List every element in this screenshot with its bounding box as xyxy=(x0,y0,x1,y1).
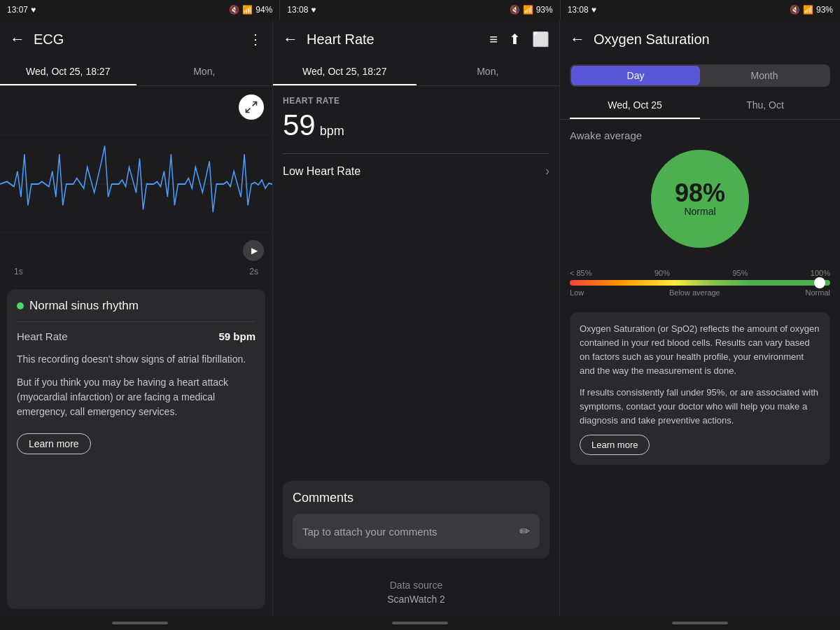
o2-back-button[interactable]: ← xyxy=(570,30,585,48)
data-source-section: Data source ScanWatch 2 xyxy=(273,568,559,616)
status-dot-green xyxy=(17,302,24,309)
home-indicator-hr xyxy=(392,622,448,624)
o2-scale-bar xyxy=(570,280,830,286)
ecg-hr-row: Heart Rate 59 bpm xyxy=(17,330,255,342)
scale-bar-section: < 85% 90% 95% 100% Low Below average Nor… xyxy=(560,269,840,307)
mute-icon-ecg: 🔇 xyxy=(229,5,239,15)
period-month-button[interactable]: Month xyxy=(700,66,829,85)
heart-rate-panel: ← Heart Rate ≡ ⬆ ⬜ Wed, Oct 25, 18:27 Mo… xyxy=(273,20,560,616)
oxygen-saturation-panel: ← Oxygen Saturation Day Month Wed, Oct 2… xyxy=(560,20,840,616)
scale-labels: < 85% 90% 95% 100% xyxy=(570,269,830,277)
o2-learn-more-button[interactable]: Learn more xyxy=(580,435,650,455)
expand-icon xyxy=(244,100,258,114)
o2-nav-bar: ← Oxygen Saturation xyxy=(560,20,840,59)
ecg-nav-bar: ← ECG ⋮ xyxy=(0,20,272,59)
ecg-learn-more-button[interactable]: Learn more xyxy=(17,433,91,454)
low-heart-rate-row[interactable]: Low Heart Rate › xyxy=(283,153,550,188)
heart-rate-unit-label: bpm xyxy=(320,124,344,139)
bottom-indicator-o2 xyxy=(560,616,840,630)
ecg-hr-label: Heart Rate xyxy=(17,330,68,342)
ecg-time-labels: 1s 2s xyxy=(0,267,272,276)
heart-rate-title-label: HEART RATE xyxy=(283,96,550,106)
chevron-right-icon: › xyxy=(545,164,550,178)
ecg-status-row: Normal sinus rhythm xyxy=(17,299,255,322)
ecg-waveform xyxy=(0,86,272,282)
hr-nav-bar: ← Heart Rate ≡ ⬆ ⬜ xyxy=(273,20,559,59)
hr-date-tab-active[interactable]: Wed, Oct 25, 18:27 xyxy=(273,59,416,85)
mute-icon-o2: 🔇 xyxy=(790,5,800,15)
o2-percentage-circle: 98% Normal xyxy=(651,150,749,248)
ecg-expand-button[interactable] xyxy=(239,94,264,120)
scale-category-labels: Low Below average Normal xyxy=(570,288,830,297)
heart-rate-number: 59 xyxy=(283,108,316,142)
ecg-rhythm-status: Normal sinus rhythm xyxy=(29,299,139,313)
o2-date-tab-next[interactable]: Thu, Oct xyxy=(700,92,830,119)
ecg-date-tab-next[interactable]: Mon, xyxy=(136,59,273,85)
battery-ecg: 94% xyxy=(255,5,272,15)
ecg-hr-value: 59 bpm xyxy=(218,330,255,342)
hr-crop-icon[interactable]: ⬜ xyxy=(532,31,550,48)
ecg-panel: ← ECG ⋮ Wed, Oct 25, 18:27 Mon, xyxy=(0,20,273,616)
scale-cat-normal: Normal xyxy=(806,288,830,297)
o2-scale-indicator xyxy=(814,277,825,288)
ecg-chart-area: ▶ 1s 2s xyxy=(0,86,272,282)
hr-value-section: HEART RATE 59 bpm xyxy=(283,96,550,142)
scale-label-100: 100% xyxy=(811,269,830,277)
o2-info-box: Oxygen Saturation (or SpO2) reflects the… xyxy=(570,312,830,465)
status-bar-ecg: 13:07 ♥ 🔇 📶 94% xyxy=(0,0,280,20)
heart-rate-display: 59 bpm xyxy=(283,108,550,142)
ecg-more-options-icon[interactable]: ⋮ xyxy=(248,31,262,48)
heart-icon-hr: ♥ xyxy=(311,5,316,15)
ecg-date-tabs: Wed, Oct 25, 18:27 Mon, xyxy=(0,59,272,86)
period-day-button[interactable]: Day xyxy=(571,66,700,85)
time-ecg: 13:07 xyxy=(7,5,28,15)
hr-list-icon[interactable]: ≡ xyxy=(489,31,498,48)
comments-input-area[interactable]: Tap to attach your comments ✏ xyxy=(293,514,540,549)
ecg-description-2: But if you think you may be having a hea… xyxy=(17,375,255,419)
comments-title: Comments xyxy=(293,491,540,505)
bottom-indicator-ecg xyxy=(0,616,280,630)
ecg-time-2s: 2s xyxy=(249,267,258,276)
data-source-label: Data source xyxy=(284,580,548,591)
o2-title: Oxygen Saturation xyxy=(594,31,830,48)
wifi-icon-hr: 📶 xyxy=(523,5,533,15)
wifi-icon-ecg: 📶 xyxy=(242,5,253,15)
battery-hr: 93% xyxy=(536,5,553,15)
hr-nav-actions: ≡ ⬆ ⬜ xyxy=(489,31,550,48)
scale-label-85: < 85% xyxy=(570,269,592,277)
ecg-back-button[interactable]: ← xyxy=(10,30,25,48)
comments-section: Comments Tap to attach your comments ✏ xyxy=(283,481,550,559)
low-hr-label: Low Heart Rate xyxy=(283,165,360,178)
ecg-nav-actions: ⋮ xyxy=(248,31,262,48)
home-indicator-ecg xyxy=(112,622,168,624)
ecg-date-tab-active[interactable]: Wed, Oct 25, 18:27 xyxy=(0,59,136,85)
ecg-info-section: Normal sinus rhythm Heart Rate 59 bpm Th… xyxy=(7,289,265,609)
hr-panel-content: HEART RATE 59 bpm Low Heart Rate › xyxy=(273,86,559,481)
heart-icon-o2: ♥ xyxy=(592,5,596,15)
hr-title: Heart Rate xyxy=(307,31,489,48)
awake-section: Awake average 98% Normal xyxy=(560,120,840,269)
main-panels: ← ECG ⋮ Wed, Oct 25, 18:27 Mon, xyxy=(0,20,840,616)
o2-info-text-1: Oxygen Saturation (or SpO2) reflects the… xyxy=(580,322,820,379)
edit-icon: ✏ xyxy=(519,524,530,539)
period-toggle: Day Month xyxy=(570,64,830,87)
scale-cat-low: Low xyxy=(570,288,584,297)
o2-normal-text: Normal xyxy=(684,206,715,217)
hr-date-tab-next[interactable]: Mon, xyxy=(416,59,560,85)
o2-date-tab-active[interactable]: Wed, Oct 25 xyxy=(570,92,700,119)
hr-back-button[interactable]: ← xyxy=(283,30,298,48)
data-source-value: ScanWatch 2 xyxy=(284,594,548,605)
mute-icon-hr: 🔇 xyxy=(510,5,520,15)
status-bar-hr: 13:08 ♥ 🔇 📶 93% xyxy=(280,0,560,20)
battery-o2: 93% xyxy=(816,5,833,15)
awake-average-label: Awake average xyxy=(570,130,830,141)
hr-date-tabs: Wed, Oct 25, 18:27 Mon, xyxy=(273,59,559,86)
o2-circle-container: 98% Normal xyxy=(570,150,830,248)
heart-icon-ecg: ♥ xyxy=(31,5,36,15)
status-bars-container: 13:07 ♥ 🔇 📶 94% 13:08 ♥ 🔇 📶 93% 13:08 ♥ … xyxy=(0,0,840,20)
o2-date-tabs: Wed, Oct 25 Thu, Oct xyxy=(560,92,840,120)
ecg-description-1: This recording doesn't show signs of atr… xyxy=(17,352,255,367)
ecg-play-button[interactable]: ▶ xyxy=(243,240,264,261)
time-hr: 13:08 xyxy=(287,5,308,15)
hr-share-icon[interactable]: ⬆ xyxy=(509,31,521,48)
